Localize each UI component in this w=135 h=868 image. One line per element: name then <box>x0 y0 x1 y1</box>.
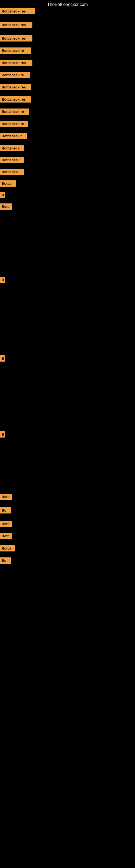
bottleneck-item-12: Bottleneck <box>0 145 24 151</box>
bottleneck-item-6: Bottleneck re <box>0 72 30 78</box>
bottleneck-item-8: Bottleneck res <box>0 96 31 102</box>
bottleneck-item-20: B <box>0 431 5 437</box>
bottleneck-item-10: Bottleneck re <box>0 121 28 127</box>
bottleneck-item-16: B <box>0 192 5 198</box>
site-title: TheBottlenecker.com <box>0 0 135 9</box>
bottleneck-item-5: Bottleneck res <box>0 60 32 66</box>
bottleneck-item-19: B <box>0 355 5 362</box>
bottleneck-item-26: Bo <box>0 557 11 564</box>
bottleneck-item-17: Bott <box>0 204 12 210</box>
bottleneck-item-7: Bottleneck res <box>0 84 31 90</box>
bottleneck-item-23: Bott <box>0 521 12 527</box>
bottleneck-item-14: Bottleneck <box>0 169 24 175</box>
bottleneck-item-13: Bottleneck <box>0 157 24 163</box>
bottleneck-item-18: B <box>0 277 5 283</box>
bottleneck-item-25: Bottle <box>0 545 15 552</box>
bottleneck-item-3: Bottleneck res <box>0 35 32 41</box>
bottleneck-item-2: Bottleneck res <box>0 22 32 28</box>
bottleneck-item-1: Bottleneck res <box>0 8 35 14</box>
bottleneck-item-15: Bottle <box>0 180 16 187</box>
bottleneck-item-4: Bottleneck re <box>0 48 31 54</box>
bottleneck-item-24: Bott <box>0 533 12 539</box>
bottleneck-item-9: Bottleneck re <box>0 108 29 115</box>
bottleneck-item-11: Bottleneck r <box>0 133 27 139</box>
bottleneck-item-22: Bo <box>0 507 11 514</box>
bottleneck-item-21: Bott <box>0 494 12 500</box>
